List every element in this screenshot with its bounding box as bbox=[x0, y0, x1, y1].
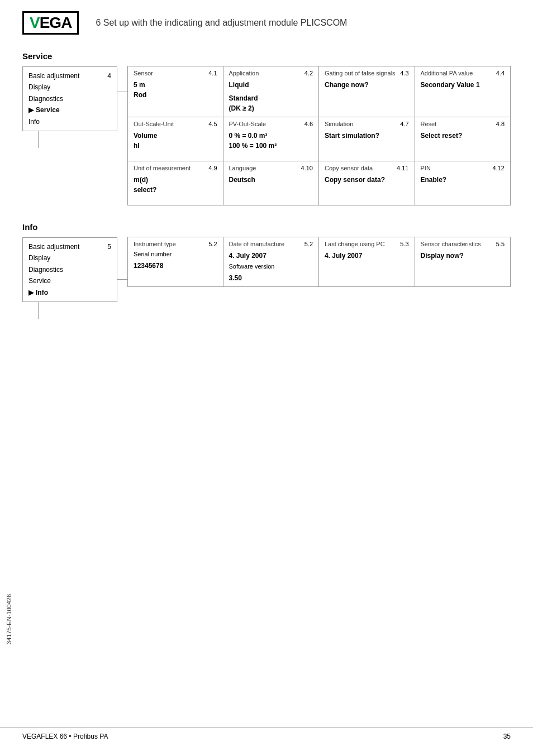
cell-num-4-5: 4.5 bbox=[208, 121, 217, 127]
cell-value-4-3: Change now? bbox=[325, 80, 409, 90]
cell-num-5-5: 5.5 bbox=[496, 241, 505, 247]
cell-value-4-8: Select reset? bbox=[421, 131, 505, 141]
info-arrow-icon: ▶ bbox=[28, 287, 34, 298]
info-menu-col: Basic adjustment 5 Display Diagnostics S… bbox=[22, 237, 117, 319]
v-line-info bbox=[38, 302, 39, 319]
footer-left: VEGAFLEX 66 • Profibus PA bbox=[22, 733, 108, 740]
info-rows: Instrument type 5.2 Serial number 123456… bbox=[127, 237, 511, 287]
info-menu-item-diagnostics: Diagnostics bbox=[28, 264, 111, 275]
cell-label-4-4: Additional PA value bbox=[421, 70, 473, 76]
h-line-info bbox=[117, 279, 127, 280]
cell-4-11: Copy sensor data 4.11 Copy sensor data? bbox=[318, 161, 415, 205]
info-section: Info Basic adjustment 5 Display Diagnost… bbox=[22, 222, 511, 319]
cell-5-2-date: Date of manufacture 5.2 4. July 2007 Sof… bbox=[223, 237, 320, 287]
cell-label-4-2: Application bbox=[229, 70, 259, 76]
cell-4-5: Out-Scale-Unit 4.5 Volumehl bbox=[127, 117, 223, 161]
cell-num-5-2-inst: 5.2 bbox=[208, 241, 217, 247]
info-heading: Info bbox=[22, 222, 511, 232]
cell-num-4-1: 4.1 bbox=[208, 70, 217, 76]
cell-value-4-5: Volumehl bbox=[134, 131, 217, 151]
service-rows: Sensor 4.1 5 mRod Application 4.2 Liquid… bbox=[127, 66, 511, 205]
menu-item-diagnostics: Diagnostics bbox=[28, 93, 111, 104]
cell-5-3: Last change using PC 5.3 4. July 2007 bbox=[318, 237, 415, 287]
cell-label-4-3: Gating out of false signals bbox=[325, 70, 396, 76]
info-menu-box: Basic adjustment 5 Display Diagnostics S… bbox=[22, 237, 117, 302]
info-menu-label-service: Service bbox=[28, 275, 51, 286]
service-menu-col: Basic adjustment 4 Display Diagnostics ▶… bbox=[22, 66, 117, 148]
page-title: 6 Set up with the indicating and adjustm… bbox=[96, 18, 347, 28]
cell-4-7: Simulation 4.7 Start simulation? bbox=[318, 117, 415, 161]
cell-label-4-10: Language bbox=[229, 165, 256, 171]
menu-label-basic: Basic adjustment bbox=[28, 70, 79, 82]
cell-value-4-2: Liquid bbox=[229, 80, 313, 90]
info-menu-label-info: Info bbox=[36, 287, 48, 298]
cell-value-4-9: m(d)select? bbox=[134, 175, 217, 195]
info-menu-item-info: ▶ Info bbox=[28, 287, 111, 298]
cell-label-4-9: Unit of measurement bbox=[134, 165, 191, 171]
cell-label-5-3: Last change using PC bbox=[325, 241, 385, 247]
cell-4-6: PV-Out-Scale 4.6 0 % = 0.0 m³100 % = 100… bbox=[223, 117, 320, 161]
cell-label-4-1: Sensor bbox=[134, 70, 153, 76]
cell-4-12: PIN 4.12 Enable? bbox=[415, 161, 511, 205]
menu-item-basic: Basic adjustment 4 bbox=[28, 70, 111, 82]
cell-value-5-3: 4. July 2007 bbox=[325, 251, 409, 261]
cell-num-4-7: 4.7 bbox=[400, 121, 408, 127]
cell-4-4: Additional PA value 4.4 Secondary Value … bbox=[415, 66, 511, 117]
cell-value-4-12: Enable? bbox=[421, 175, 505, 185]
cell-5-5: Sensor characteristics 5.5 Display now? bbox=[415, 237, 511, 287]
service-menu-box: Basic adjustment 4 Display Diagnostics ▶… bbox=[22, 66, 117, 131]
cell-num-4-4: 4.4 bbox=[496, 70, 505, 76]
cell-value-4-1: 5 mRod bbox=[134, 80, 217, 100]
cell-value-4-4: Secondary Value 1 bbox=[421, 80, 505, 90]
side-label: 34175-EN-100426 bbox=[6, 594, 12, 644]
cell-value-4-11: Copy sensor data? bbox=[325, 175, 409, 185]
cell-label-4-8: Reset bbox=[421, 121, 437, 127]
cell-value-4-7: Start simulation? bbox=[325, 131, 409, 141]
info-menu-label-diagnostics: Diagnostics bbox=[28, 264, 63, 275]
cell-num-4-8: 4.8 bbox=[496, 121, 505, 127]
info-menu-item-display: Display bbox=[28, 252, 111, 264]
cell-label-5-5: Sensor characteristics bbox=[421, 241, 481, 247]
cell-4-8: Reset 4.8 Select reset? bbox=[415, 117, 511, 161]
cell-label-5-2-date: Date of manufacture bbox=[229, 241, 285, 247]
cell-4-3: Gating out of false signals 4.3 Change n… bbox=[318, 66, 415, 117]
cell-sw-label: Software version bbox=[229, 263, 313, 270]
service-row-2: Out-Scale-Unit 4.5 Volumehl PV-Out-Scale… bbox=[127, 117, 511, 161]
service-section: Service Basic adjustment 4 Display Diagn… bbox=[22, 51, 511, 205]
menu-item-display: Display bbox=[28, 82, 111, 93]
cell-serial-label: Serial number bbox=[134, 251, 217, 257]
cell-value-4-6: 0 % = 0.0 m³100 % = 100 m³ bbox=[229, 131, 313, 151]
footer-right: 35 bbox=[503, 733, 511, 740]
info-row-1: Instrument type 5.2 Serial number 123456… bbox=[127, 237, 511, 287]
cell-num-4-2: 4.2 bbox=[304, 70, 313, 76]
info-menu-num: 5 bbox=[107, 241, 111, 252]
cell-label-4-6: PV-Out-Scale bbox=[229, 121, 266, 127]
page-header: VEGA 6 Set up with the indicating and ad… bbox=[22, 11, 511, 35]
vega-logo: VEGA bbox=[22, 11, 79, 35]
menu-label-display: Display bbox=[28, 82, 50, 93]
v-line-service bbox=[38, 131, 39, 148]
cell-label-4-11: Copy sensor data bbox=[325, 165, 373, 171]
cell-label-5-2-inst: Instrument type bbox=[134, 241, 176, 247]
info-menu-label-display: Display bbox=[28, 252, 50, 264]
info-menu-item-basic: Basic adjustment 5 bbox=[28, 241, 111, 252]
cell-label-4-5: Out-Scale-Unit bbox=[134, 121, 174, 127]
cell-4-10: Language 4.10 Deutsch bbox=[223, 161, 320, 205]
cell-num-5-2-date: 5.2 bbox=[304, 241, 313, 247]
cell-sw-value: 3.50 bbox=[229, 273, 313, 283]
cell-serial-value: 12345678 bbox=[134, 261, 217, 271]
cell-4-1: Sensor 4.1 5 mRod bbox=[127, 66, 223, 117]
cell-num-4-10: 4.10 bbox=[301, 165, 313, 171]
service-heading: Service bbox=[22, 51, 511, 61]
cell-num-4-11: 4.11 bbox=[397, 165, 408, 171]
cell-4-2: Application 4.2 Liquid Standard(DK ≥ 2) bbox=[223, 66, 320, 117]
cell-5-2-inst: Instrument type 5.2 Serial number 123456… bbox=[127, 237, 223, 287]
info-layout: Basic adjustment 5 Display Diagnostics S… bbox=[22, 237, 511, 319]
cell-value-4-10: Deutsch bbox=[229, 175, 313, 185]
cell-label-4-7: Simulation bbox=[325, 121, 353, 127]
service-row-1: Sensor 4.1 5 mRod Application 4.2 Liquid… bbox=[127, 66, 511, 117]
menu-label-service: Service bbox=[36, 104, 60, 116]
menu-label-info: Info bbox=[28, 116, 40, 127]
cell-num-4-12: 4.12 bbox=[493, 165, 505, 171]
cell-num-4-3: 4.3 bbox=[400, 70, 408, 76]
